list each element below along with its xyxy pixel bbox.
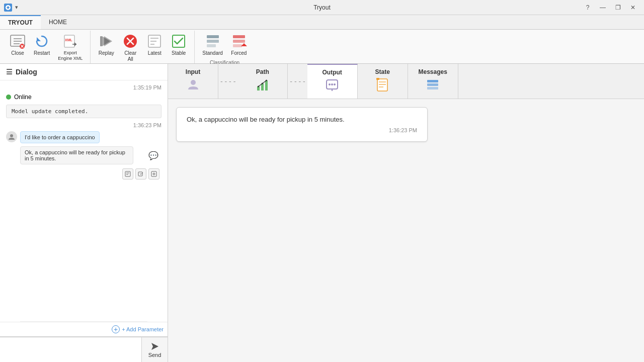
ribbon-group-session: Close Restart XML [2,31,91,63]
help-button[interactable]: ? [581,1,595,15]
svg-text:XML: XML [65,38,73,42]
action-btn-3[interactable] [148,168,159,179]
stable-icon [171,33,187,49]
tab-content-output: Ok, a cappuccino will be ready for picku… [168,99,644,362]
tab-messages-label: Messages [418,68,447,75]
standard-icon-svg [205,33,221,49]
online-badge: Online [2,92,166,103]
model-update-box: Model update completed. [6,105,162,118]
export-btn-label: ExportEngine XML [58,50,83,61]
latest-ribbon-button[interactable]: Latest [143,31,166,59]
svg-marker-8 [37,37,41,41]
add-param-label: + Add Parameter [122,326,164,332]
tab-tryout[interactable]: TRYOUT [0,15,41,29]
export-icon: XML [62,33,78,49]
replay-ribbon-button[interactable]: Replay [95,31,118,59]
svg-point-44 [258,86,259,87]
restart-icon [34,33,50,49]
clear-all-ribbon-button[interactable]: ClearAll [119,31,142,65]
tab-state-label: State [375,68,389,75]
action-icon-1 [125,171,131,177]
clear-all-btn-label: ClearAll [124,50,136,62]
bot-message-bubble: Ok, a cappuccino will be ready for picku… [20,146,133,164]
svg-point-48 [329,83,331,85]
svg-rect-15 [100,36,102,46]
action-icon-2 [138,171,144,177]
svg-point-50 [334,83,336,85]
input-icon-svg [186,77,200,92]
main-content: ☰ Dialog 1:35:19 PM Online Model update … [0,64,644,362]
export-ribbon-button[interactable]: XML ExportEngine XML [54,31,86,64]
add-param-bar: + + Add Parameter [0,322,168,336]
latest-icon [146,33,163,49]
replay-icon [98,33,114,49]
clear-all-icon [122,33,138,49]
svg-rect-56 [427,80,438,82]
output-icon-svg [325,78,339,92]
tab-home[interactable]: HOME [41,15,75,29]
svg-point-40 [191,80,196,85]
svg-rect-58 [427,87,438,89]
restart-btn-label: Restart [34,50,50,56]
tab-state-icon [375,77,389,94]
replay-btn-label: Replay [99,50,114,56]
svg-point-46 [266,80,267,81]
add-param-button[interactable]: + + Add Parameter [112,325,164,333]
tab-output[interactable]: Output [307,64,358,99]
forced-ribbon-button[interactable]: Forced [227,31,251,59]
user-message-bubble: I'd like to order a cappuccino [20,131,100,143]
tab-dots-2: - - - - [288,64,307,99]
tab-output-label: Output [322,69,342,76]
ribbon: Close Restart XML [0,30,644,64]
forced-icon-svg [231,33,247,49]
tab-input[interactable]: Input [168,64,218,99]
svg-marker-39 [151,343,158,350]
path-icon-svg [256,77,270,92]
restore-button[interactable]: ❐ [611,1,625,15]
latest-icon-svg [146,33,163,49]
stable-buttons: Replay ClearAll [95,31,190,65]
right-panel: Input - - - - Path [168,64,644,362]
online-dot [6,95,11,100]
svg-rect-28 [233,40,245,43]
dialog-title: Dialog [16,68,37,76]
close-button[interactable]: ✕ [626,1,640,15]
latest-btn-label: Latest [148,50,162,56]
session-buttons: Close Restart XML [6,31,86,64]
standard-icon [205,33,221,49]
close-ribbon-button[interactable]: Close [6,31,29,59]
tab-messages[interactable]: Messages [408,64,458,99]
send-btn-label: Send [148,352,162,358]
user-icon-svg [8,133,15,140]
stable-btn-label: Stable [172,50,186,56]
tab-state[interactable]: State [358,64,408,99]
ribbon-tabs: TRYOUT HOME [0,15,644,30]
stable-ribbon-button[interactable]: Stable [167,31,190,59]
output-bubble: Ok, a cappuccino will be ready for picku… [176,107,428,142]
export-icon-svg: XML [62,33,78,49]
ribbon-group-stable: Replay ClearAll [91,31,195,63]
svg-point-31 [10,134,13,137]
send-bar: Send [0,336,168,362]
output-text: Ok, a cappuccino will be ready for picku… [187,116,417,123]
dialog-icon: ☰ [6,68,13,76]
close-icon-svg [10,33,26,49]
minimize-button[interactable]: — [596,1,610,15]
app-menu-arrow: ▾ [15,4,18,11]
svg-rect-42 [261,83,264,90]
state-icon-svg [375,77,389,92]
send-input[interactable] [0,337,141,362]
tab-path[interactable]: Path [237,64,288,99]
chat-bubble-icon: 💬 [148,151,158,160]
tab-path-icon [256,77,270,94]
standard-ribbon-button[interactable]: Standard [199,31,226,59]
svg-rect-25 [207,40,219,43]
user-row: I'd like to order a cappuccino [6,131,162,143]
action-btn-2[interactable] [135,168,146,179]
svg-rect-24 [207,35,219,38]
title-bar-left: ▾ [4,4,18,12]
tab-messages-icon [426,77,440,94]
action-btn-1[interactable] [122,168,133,179]
send-button[interactable]: Send [141,337,168,362]
restart-ribbon-button[interactable]: Restart [30,31,53,59]
